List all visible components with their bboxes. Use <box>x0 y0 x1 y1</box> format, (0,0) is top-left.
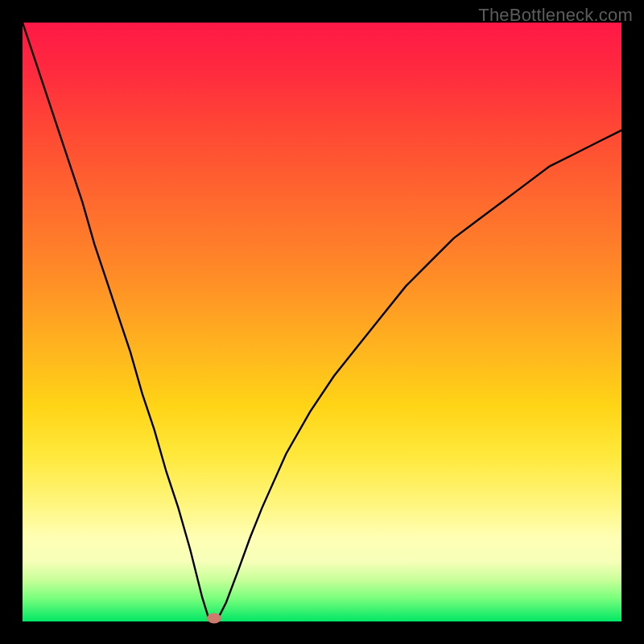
optimum-marker <box>207 613 221 624</box>
watermark-label: TheBottleneck.com <box>478 5 633 26</box>
curve-svg <box>23 23 621 621</box>
chart-container: TheBottleneck.com <box>0 0 644 644</box>
plot-area <box>23 23 621 621</box>
bottleneck-curve <box>23 23 621 621</box>
